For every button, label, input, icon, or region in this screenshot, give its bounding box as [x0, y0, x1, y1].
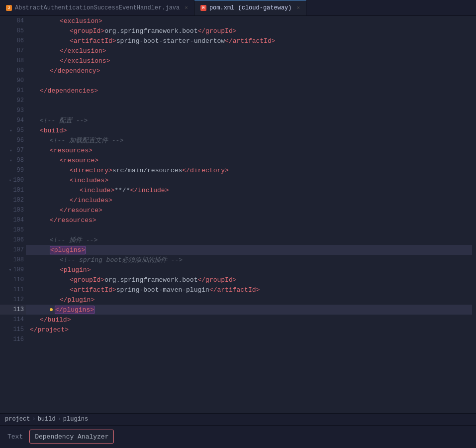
gutter-row-102: 102 [0, 195, 26, 205]
code-line-109: <plugin> [26, 265, 472, 275]
code-line-111: <artifactId>spring-boot-maven-plugin</ar… [26, 285, 472, 295]
line-num-87: 87 [14, 47, 24, 54]
code-line-110: <groupId>org.springframework.boot</group… [26, 275, 472, 285]
code-text-115: </project> [30, 326, 69, 334]
gutter-row-93: 93 [0, 106, 26, 115]
code-text-106: <!-- 插件 --> [50, 235, 97, 244]
gutter-row-97: ▾97 [0, 145, 26, 155]
line-num-84: 84 [14, 17, 24, 24]
tab-java-close[interactable]: × [185, 5, 188, 11]
tab-xml-close[interactable]: × [297, 5, 300, 11]
gutter-row-101: 101 [0, 185, 26, 195]
fold-icon-109[interactable]: ▾ [8, 268, 12, 272]
code-line-85: <groupId>org.springframework.boot</group… [26, 26, 472, 36]
editor-area: 8485868788899091929394▾9596▾97▾9899▾1001… [0, 16, 476, 413]
gutter-row-91: 91 [0, 86, 26, 96]
line-num-97: 97 [14, 147, 24, 154]
code-text-86: <artifactId>spring-boot-starter-undertow… [70, 37, 276, 45]
gutter-row-114: 114 [0, 315, 26, 325]
code-text-96: <!-- 加载配置文件 --> [50, 136, 123, 145]
tab-java[interactable]: J AbstractAuthenticationSuccessEventHand… [0, 0, 194, 15]
line-num-94: 94 [14, 117, 24, 124]
code-line-98: <resource> [26, 155, 472, 165]
line-num-95: 95 [14, 127, 24, 134]
line-num-89: 89 [14, 67, 24, 74]
code-text-101: <include>**/*</include> [80, 187, 169, 194]
gutter-row-104: 104 [0, 215, 26, 225]
fold-icon-98[interactable]: ▾ [9, 158, 13, 162]
line-num-104: 104 [13, 217, 24, 224]
code-text-94: <!-- 配置 --> [40, 116, 88, 125]
fold-icon-91 [9, 89, 13, 93]
code-text-85: <groupId>org.springframework.boot</group… [70, 27, 237, 35]
code-text-100: <includes> [70, 177, 108, 184]
code-text-114: </build> [40, 316, 71, 324]
tool-tab-text-label: Text [7, 433, 23, 441]
code-text-109: <plugin> [60, 266, 91, 274]
line-num-93: 93 [14, 107, 24, 114]
tool-tab-text[interactable]: Text [2, 430, 28, 444]
code-line-107: <plugins> [26, 245, 472, 255]
gutter-row-115: 115 [0, 325, 26, 335]
code-content[interactable]: <exclusion><groupId>org.springframework.… [26, 16, 476, 413]
fold-icon-114 [8, 318, 12, 322]
code-line-93 [26, 106, 472, 115]
fold-icon-84 [9, 19, 13, 23]
line-num-114: 114 [13, 316, 24, 323]
fold-icon-89 [9, 69, 13, 73]
line-num-98: 98 [14, 157, 24, 164]
code-line-115: </project> [26, 325, 472, 335]
line-num-115: 115 [13, 326, 24, 333]
java-file-icon: J [6, 5, 12, 11]
fold-icon-108 [8, 258, 12, 262]
fold-icon-104 [8, 218, 12, 222]
fold-icon-95[interactable]: ▾ [9, 128, 13, 132]
code-text-104: </resources> [50, 217, 96, 224]
tab-xml[interactable]: M pom.xml (cloud-gateway) × [194, 0, 306, 15]
breadcrumb-sep-1: › [32, 416, 35, 423]
fold-icon-116 [8, 337, 12, 341]
gutter-row-108: 108 [0, 255, 26, 265]
fold-icon-100[interactable]: ▾ [8, 178, 12, 182]
code-line-105 [26, 225, 472, 235]
line-num-101: 101 [13, 187, 24, 194]
fold-icon-94 [9, 118, 13, 122]
code-text-111: <artifactId>spring-boot-maven-plugin</ar… [70, 286, 260, 294]
fold-icon-115 [8, 328, 12, 332]
code-line-101: <include>**/*</include> [26, 185, 472, 195]
fold-icon-102 [8, 198, 12, 202]
fold-icon-86 [9, 39, 13, 43]
code-line-108: <!-- spring boot必须添加的插件 --> [26, 255, 472, 265]
code-line-100: <includes> [26, 175, 472, 185]
gutter-row-106: 106 [0, 235, 26, 245]
gutter-row-109: ▾109 [0, 265, 26, 275]
code-text-103: </resource> [60, 207, 102, 214]
code-text-84: <exclusion> [60, 17, 102, 25]
code-line-94: <!-- 配置 --> [26, 115, 472, 125]
code-line-87: </exclusion> [26, 46, 472, 56]
fold-icon-110 [8, 278, 12, 282]
gutter-row-96: 96 [0, 135, 26, 145]
line-num-86: 86 [14, 37, 24, 44]
fold-icon-111 [8, 288, 12, 292]
code-text-95: <build> [40, 127, 67, 134]
gutter-row-89: 89 [0, 66, 26, 76]
code-line-114: </build> [26, 315, 472, 325]
gutter-row-95: ▾95 [0, 125, 26, 135]
fold-icon-85 [9, 29, 13, 33]
breadcrumb-build: build [38, 416, 56, 423]
tool-tab-dependency-label: Dependency Analyzer [35, 433, 108, 441]
code-line-89: </dependency> [26, 66, 472, 76]
tool-tab-dependency-analyzer[interactable]: Dependency Analyzer [29, 430, 114, 444]
code-line-84: <exclusion> [26, 16, 472, 26]
code-text-108: <!-- spring boot必须添加的插件 --> [60, 255, 183, 264]
fold-icon-105 [8, 228, 12, 232]
gutter-row-88: 88 [0, 56, 26, 66]
fold-icon-97[interactable]: ▾ [9, 148, 13, 152]
fold-icon-88 [9, 59, 13, 63]
code-text-107: <plugins> [50, 246, 86, 254]
line-num-113: 113 [13, 306, 24, 313]
fold-icon-101 [8, 188, 12, 192]
line-num-108: 108 [13, 256, 24, 263]
fold-icon-96 [9, 138, 13, 142]
